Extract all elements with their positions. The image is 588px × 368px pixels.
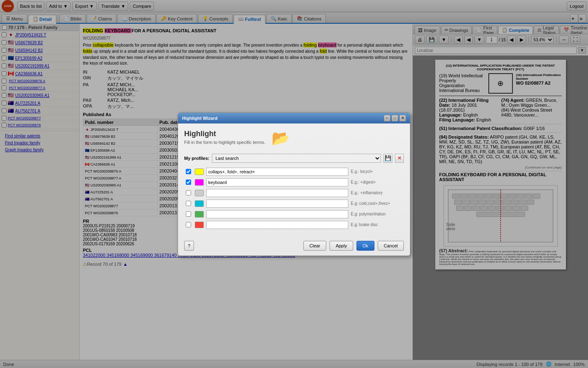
modal-close-button[interactable]: ✕ <box>399 115 406 121</box>
highlight-row-6: E.g: brake disc <box>184 221 404 229</box>
ok-button[interactable]: Ok <box>356 241 374 251</box>
help-button[interactable]: ? <box>184 241 194 251</box>
highlight-checkbox-6[interactable] <box>186 222 191 227</box>
example-text-2: E.g.: +digest+ <box>351 180 404 184</box>
highlight-row-4: E.g: cold,cool+,freez+ <box>184 200 404 208</box>
profile-delete-button[interactable]: ✕ <box>395 154 404 163</box>
highlight-input-2[interactable] <box>206 178 348 186</box>
highlight-checkbox-2[interactable] <box>186 180 191 185</box>
apply-button[interactable]: Apply <box>330 241 353 251</box>
highlight-input-3[interactable] <box>206 189 348 197</box>
modal-body: Highlight Fill in the form to highlight … <box>178 123 410 238</box>
modal-subtext: Fill in the form to highlight specific t… <box>184 140 265 145</box>
modal-minimize-button[interactable]: − <box>384 115 390 121</box>
highlight-input-4[interactable] <box>206 200 348 208</box>
highlight-row-1: E.g.: bicycl+ <box>184 168 404 176</box>
profile-save-button[interactable]: 💾 <box>383 154 392 163</box>
highlight-row-3: E.g.: +inflamatory <box>184 189 404 197</box>
modal-title-buttons: − □ ✕ <box>384 115 406 121</box>
highlight-row-5: E.g: polymeri#ation <box>184 210 404 218</box>
color-swatch-3 <box>195 190 204 196</box>
color-swatch-4 <box>195 200 204 207</box>
example-text-3: E.g.: +inflamatory <box>351 191 404 195</box>
highlight-row-2: E.g.: +digest+ <box>184 178 404 186</box>
modal-footer: ? Clear Apply Ok Cancel <box>178 238 410 256</box>
modal-title-bar: Highlight Wizard − □ ✕ <box>178 113 410 123</box>
profile-label: My profiles: <box>184 156 209 161</box>
highlight-checkbox-3[interactable] <box>186 190 191 195</box>
example-text-1: E.g.: bicycl+ <box>351 169 404 174</box>
modal-heading: Highlight <box>184 130 265 138</box>
modal-maximize-button[interactable]: □ <box>392 115 398 121</box>
highlight-wizard-modal: Highlight Wizard − □ ✕ Highlight Fill in… <box>178 112 410 256</box>
color-swatch-1 <box>195 168 204 175</box>
highlight-checkbox-5[interactable] <box>186 211 191 217</box>
color-swatch-5 <box>195 211 204 218</box>
example-text-6: E.g: brake disc <box>351 222 404 227</box>
profile-row: My profiles: Last search 💾 ✕ <box>184 154 404 163</box>
example-text-4: E.g: cold,cool+,freez+ <box>351 201 404 206</box>
modal-overlay: Highlight Wizard − □ ✕ Highlight Fill in… <box>0 0 588 368</box>
clear-button[interactable]: Clear <box>303 241 326 251</box>
highlight-checkbox-1[interactable] <box>186 169 191 174</box>
highlight-input-1[interactable] <box>206 168 348 176</box>
color-swatch-2 <box>195 179 204 186</box>
example-text-5: E.g: polymeri#ation <box>351 212 404 216</box>
folder-icon: 📂 <box>272 130 290 147</box>
modal-title-text: Highlight Wizard <box>182 116 218 121</box>
cancel-button[interactable]: Cancel <box>378 241 404 251</box>
highlight-checkbox-4[interactable] <box>186 201 191 206</box>
highlight-input-6[interactable] <box>206 221 348 229</box>
color-swatch-6 <box>195 222 204 228</box>
highlight-input-5[interactable] <box>206 210 348 218</box>
profile-select[interactable]: Last search <box>212 154 381 163</box>
